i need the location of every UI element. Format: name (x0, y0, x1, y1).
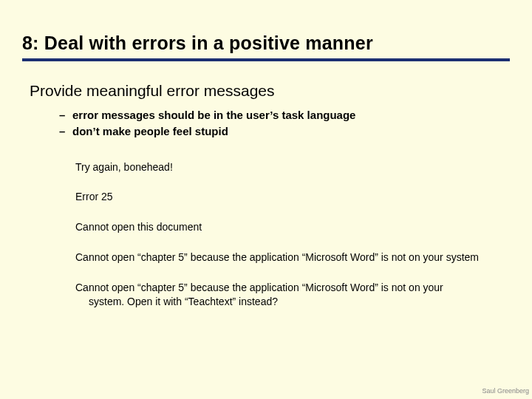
bullet-dash-icon: – (59, 107, 72, 123)
example-item: Cannot open “chapter 5” because the appl… (75, 281, 480, 309)
bullet-dash-icon: – (59, 123, 72, 140)
bullet-item: – don’t make people feel stupid (59, 123, 510, 140)
bullet-text: don’t make people feel stupid (72, 123, 228, 140)
slide-title: 8: Deal with errors in a positive manner (22, 33, 510, 61)
bullet-text: error messages should be in the user’s t… (72, 107, 355, 123)
bullet-item: – error messages should be in the user’s… (59, 107, 510, 123)
example-item: Error 25 (75, 190, 480, 204)
example-list: Try again, bonehead! Error 25 Cannot ope… (75, 160, 480, 309)
example-item: Try again, bonehead! (75, 160, 480, 174)
slide-subtitle: Provide meaningful error messages (30, 82, 510, 100)
slide: 8: Deal with errors in a positive manner… (0, 0, 532, 399)
example-item: Cannot open “chapter 5” because the appl… (75, 250, 480, 265)
footer-author: Saul Greenberg (482, 387, 529, 395)
bullet-list: – error messages should be in the user’s… (59, 107, 510, 140)
example-item: Cannot open this document (75, 220, 480, 234)
